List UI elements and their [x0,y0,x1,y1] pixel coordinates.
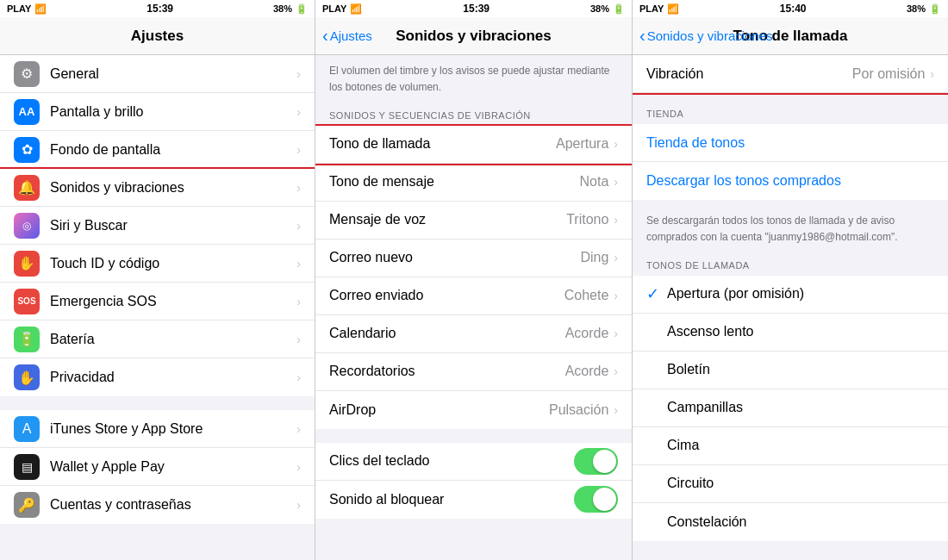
mensaje-voz-label: Mensaje de voz [329,212,566,227]
status-right-2: 38% 🔋 [590,3,625,15]
sonidos-list: El volumen del timbre y los avisos se pu… [315,55,632,560]
tone-item-circuito[interactable]: Circuito [633,465,948,503]
back-chevron-3: ‹ [639,27,646,44]
carrier-1: PLAY [7,3,31,14]
tienda-tonos-link[interactable]: Tienda de tonos [633,124,948,162]
tone-item-boletin[interactable]: Boletín [633,352,948,389]
sonidos-section: Tono de llamada Apertura › Tono de mensa… [315,126,632,429]
sound-item-tono-mensaje[interactable]: Tono de mensaje Nota › [315,164,632,202]
general-icon: ⚙ [14,61,40,87]
pantalla-icon: AA [14,99,40,125]
tone-item-ascenso[interactable]: Ascenso lento [633,314,948,352]
tono-llamada-value: Apertura [556,136,608,152]
wallet-chevron: › [296,460,301,474]
settings-item-general[interactable]: ⚙ General › [0,55,315,93]
nav-header-1: Ajustes [0,17,315,55]
wifi-icon-1: 📶 [34,3,47,15]
settings-list-1: ⚙ General › AA Pantalla y brillo › ✿ Fon… [0,55,315,560]
privacidad-chevron: › [296,370,301,384]
tono-mensaje-value: Nota [580,174,609,190]
back-label-3: Sonidos y vibraciones [647,28,773,43]
settings-section-stores: A iTunes Store y App Store › ▤ Wallet y … [0,410,315,524]
descargar-tonos-link[interactable]: Descargar los tonos comprados [633,162,948,200]
tone-item-campanillas[interactable]: Campanillas [633,389,948,427]
status-left-3: PLAY 📶 [639,3,679,15]
sound-item-mensaje-voz[interactable]: Mensaje de voz Tritono › [315,202,632,240]
section-divider-1 [0,403,315,410]
itunes-label: iTunes Store y App Store [50,421,296,437]
sound-item-recordatorios[interactable]: Recordatorios Acorde › [315,353,632,391]
bateria-chevron: › [296,333,301,346]
back-label-2: Ajustes [330,28,372,43]
descargar-tonos-label: Descargar los tonos comprados [646,173,841,189]
battery-pct-3: 38% [907,3,926,14]
tone-item-cima[interactable]: Cima [633,427,948,465]
settings-item-cuentas[interactable]: 🔑 Cuentas y contraseñas › [0,486,315,524]
back-chevron-2: ‹ [322,27,328,44]
wallet-label: Wallet y Apple Pay [50,459,296,475]
battery-pct-2: 38% [590,3,609,14]
toggle-clics-teclado[interactable]: Clics del teclado [315,443,632,481]
tonos-section-header: TONOS DE LLAMADA [633,252,948,276]
sound-item-tono-llamada[interactable]: Tono de llamada Apertura › [315,126,632,164]
settings-item-pantalla[interactable]: AA Pantalla y brillo › [0,93,315,131]
clics-teclado-toggle[interactable] [574,448,618,475]
vibracion-label: Vibración [646,66,852,82]
sonido-bloquear-toggle[interactable] [574,486,618,513]
panel-sonidos: PLAY 📶 15:39 38% 🔋 ‹ Ajustes Sonidos y v… [315,0,633,560]
privacidad-label: Privacidad [50,370,296,385]
vibracion-value: Por omisión [852,66,925,82]
correo-enviado-value: Cohete [564,288,609,303]
settings-item-emergencia[interactable]: SOS Emergencia SOS › [0,283,315,320]
status-right-1: 38% 🔋 [273,3,308,15]
correo-nuevo-label: Correo nuevo [329,250,580,265]
touchid-chevron: › [296,257,301,271]
pantalla-label: Pantalla y brillo [50,104,296,120]
general-label: General [50,66,296,82]
settings-item-sonidos[interactable]: 🔔 Sonidos y vibraciones › [0,169,315,207]
sonidos-label: Sonidos y vibraciones [50,180,296,196]
sound-item-correo-enviado[interactable]: Correo enviado Cohete › [315,277,632,315]
sonidos-description: El volumen del timbre y los avisos se pu… [315,55,632,102]
settings-item-fondo[interactable]: ✿ Fondo de pantalla › [0,131,315,169]
status-right-3: 38% 🔋 [907,3,941,15]
sound-item-calendario[interactable]: Calendario Acorde › [315,315,632,353]
tono-mensaje-chevron: › [614,175,618,189]
calendario-value: Acorde [565,326,609,341]
tone-item-apertura[interactable]: ✓ Apertura (por omisión) [633,276,948,314]
emergencia-icon: SOS [14,289,40,314]
clics-teclado-knob [593,450,616,473]
settings-item-siri[interactable]: ◎ Siri y Buscar › [0,207,315,245]
divider-toggles [315,436,632,443]
page-title-2: Sonidos y vibraciones [396,28,551,45]
wifi-icon-2: 📶 [350,3,362,15]
status-bar-3: PLAY 📶 15:40 38% 🔋 [633,0,948,17]
mensaje-voz-chevron: › [614,213,618,227]
circuito-label: Circuito [667,476,934,491]
settings-item-privacidad[interactable]: ✋ Privacidad › [0,358,315,396]
back-button-2[interactable]: ‹ Ajustes [322,28,372,44]
settings-item-bateria[interactable]: 🔋 Batería › [0,320,315,358]
toggle-sonido-bloquear[interactable]: Sonido al bloquear [315,481,632,519]
settings-item-touchid[interactable]: ✋ Touch ID y código › [0,245,315,283]
vibracion-chevron: › [930,67,934,81]
correo-enviado-chevron: › [614,289,618,302]
itunes-chevron: › [296,422,301,436]
vibracion-item[interactable]: Vibración Por omisión › [633,55,948,93]
settings-item-itunes[interactable]: A iTunes Store y App Store › [0,410,315,448]
settings-item-wallet[interactable]: ▤ Wallet y Apple Pay › [0,448,315,486]
sound-item-airdrop[interactable]: AirDrop Pulsación › [315,391,632,429]
tienda-header-label: TIENDA [646,109,683,119]
sonidos-icon: 🔔 [14,175,40,201]
tone-item-constelacion[interactable]: Constelación [633,503,948,541]
back-button-3[interactable]: ‹ Sonidos y vibraciones [639,28,773,44]
wifi-icon-3: 📶 [667,3,679,15]
bateria-icon: 🔋 [14,327,40,352]
fondo-label: Fondo de pantalla [50,142,296,158]
tienda-links-section: Tienda de tonos Descargar los tonos comp… [633,124,948,200]
sound-item-correo-nuevo[interactable]: Correo nuevo Ding › [315,240,632,277]
tono-llamada-label: Tono de llamada [329,136,556,152]
emergencia-label: Emergencia SOS [50,294,296,309]
cuentas-chevron: › [296,498,301,512]
sonido-bloquear-knob [593,488,616,511]
